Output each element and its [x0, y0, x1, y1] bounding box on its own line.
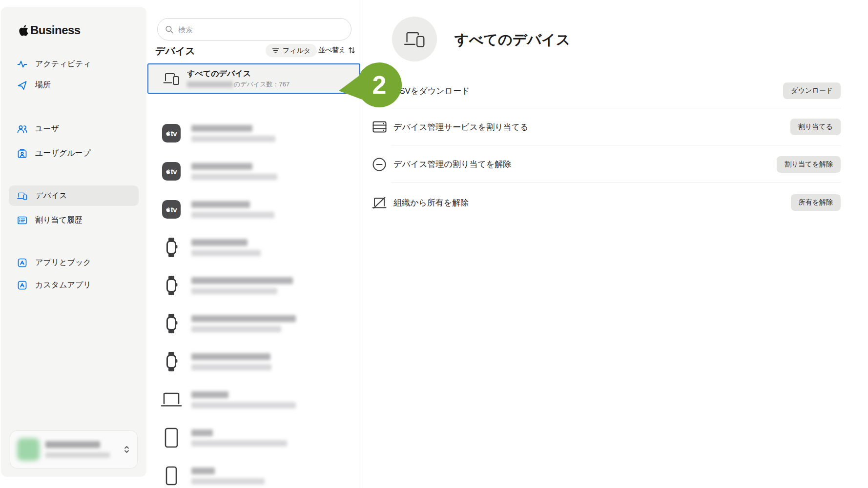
sort-arrows-icon: [348, 46, 355, 54]
action-label: デバイス管理の割り当てを解除: [393, 159, 511, 170]
sidebar-item-label: カスタムアプリ: [35, 280, 91, 290]
page-title: すべてのデバイス: [455, 30, 570, 50]
iphone-icon: [165, 466, 178, 486]
search-box[interactable]: [157, 18, 351, 41]
apps-books-icon: [17, 258, 27, 268]
sidebar-item-label: 場所: [35, 80, 51, 90]
apple-watch-icon: [164, 275, 179, 296]
account-name-redacted: [45, 441, 100, 448]
device-row-apple-tv[interactable]: tv: [146, 152, 363, 190]
all-devices-title: すべてのデバイス: [187, 69, 289, 79]
device-count: のデバイス数：767: [234, 80, 289, 89]
custom-apps-icon: [17, 280, 27, 290]
sort-label: 並べ替え: [318, 46, 346, 55]
apple-tv-icon: tv: [162, 162, 181, 181]
device-list-heading: デバイス: [155, 44, 195, 58]
account-switcher[interactable]: [10, 430, 138, 468]
assignment-history-icon: [17, 215, 27, 225]
filter-icon: [272, 47, 279, 54]
assign-button[interactable]: 割り当てる: [790, 119, 841, 135]
chevron-up-down-icon: [123, 445, 130, 454]
device-row-iphone[interactable]: [146, 457, 363, 488]
step-callout-badge: 2: [338, 60, 403, 110]
search-input[interactable]: [178, 25, 344, 34]
device-list-panel: デバイス フィルタ 並べ替え すべてのデバイス のデバイス数：767 tv tv…: [146, 0, 363, 488]
action-label: 組織から所有を解除: [393, 197, 469, 208]
apple-logo-icon: [19, 24, 29, 37]
apple-tv-icon: tv: [162, 200, 181, 219]
apple-watch-icon: [164, 351, 179, 372]
sidebar-item-users[interactable]: ユーザ: [9, 119, 139, 139]
list-item-all-devices-selected[interactable]: すべてのデバイス のデバイス数：767: [147, 63, 360, 94]
device-row-apple-watch[interactable]: [146, 266, 363, 305]
device-row-apple-watch[interactable]: [146, 343, 363, 381]
activity-icon: [17, 59, 27, 69]
device-row-apple-watch[interactable]: [146, 305, 363, 343]
device-row-apple-tv[interactable]: tv: [146, 114, 363, 152]
apple-watch-icon: [164, 313, 179, 334]
sidebar-item-label: デバイス: [35, 191, 67, 201]
sidebar-item-label: アプリとブック: [35, 258, 91, 268]
sidebar-item-devices[interactable]: デバイス: [9, 185, 139, 206]
sidebar: Business アクティビティ 場所 ユーザ ユーザグループ デバイス 割り当…: [1, 7, 146, 477]
user-group-icon: [17, 148, 27, 159]
org-name-redacted: [187, 81, 233, 87]
macbook-icon: [161, 392, 182, 407]
sidebar-item-assignment-history[interactable]: 割り当て履歴: [9, 210, 139, 230]
filter-label: フィルタ: [283, 46, 310, 55]
apple-watch-icon: [164, 237, 179, 258]
sidebar-item-custom-apps[interactable]: カスタムアプリ: [9, 275, 139, 295]
account-org-redacted: [45, 452, 110, 458]
sidebar-item-label: ユーザグループ: [35, 148, 91, 159]
account-info-redacted: [45, 441, 110, 458]
sidebar-item-user-groups[interactable]: ユーザグループ: [9, 143, 139, 163]
filter-button[interactable]: フィルタ: [266, 44, 317, 57]
sidebar-item-label: ユーザ: [35, 124, 59, 134]
release-button[interactable]: 所有を解除: [791, 194, 841, 211]
sidebar-item-label: 割り当て履歴: [35, 215, 83, 225]
step-number: 2: [372, 71, 387, 99]
sort-button[interactable]: 並べ替え: [318, 46, 355, 55]
device-row-ipad[interactable]: [146, 419, 363, 457]
main-panel: すべてのデバイス CSVをダウンロード ダウンロード デバイス管理サービスを割り…: [364, 0, 868, 488]
action-row-release-ownership: 組織から所有を解除 所有を解除: [364, 183, 868, 222]
sidebar-item-label: アクティビティ: [35, 59, 91, 69]
download-button[interactable]: ダウンロード: [783, 82, 841, 99]
location-icon: [17, 80, 27, 90]
action-row-assign-mdm: デバイス管理サービスを割り当てる 割り当てる: [364, 108, 868, 145]
actions-list: CSVをダウンロード ダウンロード デバイス管理サービスを割り当てる 割り当てる…: [364, 73, 868, 222]
mdm-server-icon: [372, 120, 387, 134]
action-label: デバイス管理サービスを割り当てる: [393, 122, 528, 133]
action-label: CSVをダウンロード: [393, 85, 470, 97]
minus-circle-icon: [372, 157, 387, 172]
ipad-icon: [164, 427, 179, 448]
action-row-download-csv: CSVをダウンロード ダウンロード: [364, 73, 868, 108]
sidebar-item-activity[interactable]: アクティビティ: [9, 54, 139, 74]
device-row-apple-tv[interactable]: tv: [146, 190, 363, 228]
device-row-macbook[interactable]: [146, 381, 363, 419]
brand-name: Business: [30, 23, 81, 37]
all-devices-avatar: [392, 17, 437, 61]
avatar: [17, 438, 40, 461]
device-row-apple-watch[interactable]: [146, 228, 363, 266]
unassign-button[interactable]: 割り当てを解除: [777, 156, 841, 173]
users-icon: [17, 124, 27, 134]
action-row-unassign-mdm: デバイス管理の割り当てを解除 割り当てを解除: [364, 145, 868, 183]
apple-tv-icon: tv: [162, 124, 181, 142]
search-icon: [165, 25, 174, 34]
sidebar-item-apps-books[interactable]: アプリとブック: [9, 252, 139, 273]
sidebar-item-locations[interactable]: 場所: [9, 75, 139, 95]
devices-icon: [17, 191, 27, 201]
device-rows: tv tv tv: [146, 114, 363, 488]
device-release-icon: [372, 196, 387, 209]
all-devices-icon: [163, 72, 180, 85]
all-devices-icon: [404, 30, 425, 48]
app-logo: Business: [19, 23, 81, 37]
